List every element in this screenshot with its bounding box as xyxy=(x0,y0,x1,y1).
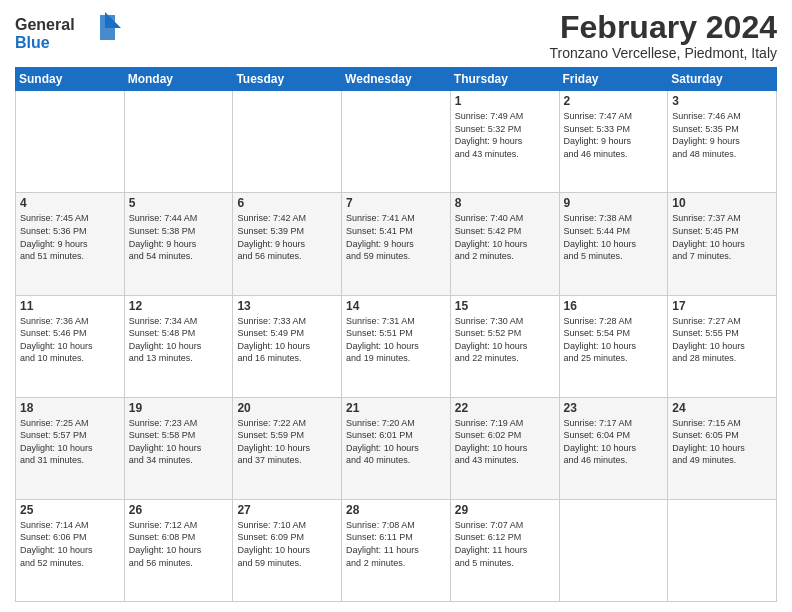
table-row: 17Sunrise: 7:27 AM Sunset: 5:55 PM Dayli… xyxy=(668,295,777,397)
table-row: 15Sunrise: 7:30 AM Sunset: 5:52 PM Dayli… xyxy=(450,295,559,397)
day-info: Sunrise: 7:36 AM Sunset: 5:46 PM Dayligh… xyxy=(20,315,120,365)
day-info: Sunrise: 7:47 AM Sunset: 5:33 PM Dayligh… xyxy=(564,110,664,160)
table-row: 7Sunrise: 7:41 AM Sunset: 5:41 PM Daylig… xyxy=(342,193,451,295)
day-number: 20 xyxy=(237,401,337,415)
day-number: 5 xyxy=(129,196,229,210)
day-info: Sunrise: 7:08 AM Sunset: 6:11 PM Dayligh… xyxy=(346,519,446,569)
table-row: 27Sunrise: 7:10 AM Sunset: 6:09 PM Dayli… xyxy=(233,499,342,601)
day-number: 27 xyxy=(237,503,337,517)
table-row: 12Sunrise: 7:34 AM Sunset: 5:48 PM Dayli… xyxy=(124,295,233,397)
table-row: 19Sunrise: 7:23 AM Sunset: 5:58 PM Dayli… xyxy=(124,397,233,499)
day-number: 29 xyxy=(455,503,555,517)
day-info: Sunrise: 7:10 AM Sunset: 6:09 PM Dayligh… xyxy=(237,519,337,569)
svg-text:Blue: Blue xyxy=(15,34,50,51)
table-row: 5Sunrise: 7:44 AM Sunset: 5:38 PM Daylig… xyxy=(124,193,233,295)
day-info: Sunrise: 7:27 AM Sunset: 5:55 PM Dayligh… xyxy=(672,315,772,365)
day-number: 17 xyxy=(672,299,772,313)
title-section: February 2024 Tronzano Vercellese, Piedm… xyxy=(550,10,778,61)
day-info: Sunrise: 7:17 AM Sunset: 6:04 PM Dayligh… xyxy=(564,417,664,467)
day-number: 1 xyxy=(455,94,555,108)
table-row: 26Sunrise: 7:12 AM Sunset: 6:08 PM Dayli… xyxy=(124,499,233,601)
header: General Blue February 2024 Tronzano Verc… xyxy=(15,10,777,61)
table-row xyxy=(668,499,777,601)
day-info: Sunrise: 7:23 AM Sunset: 5:58 PM Dayligh… xyxy=(129,417,229,467)
table-row: 14Sunrise: 7:31 AM Sunset: 5:51 PM Dayli… xyxy=(342,295,451,397)
day-number: 9 xyxy=(564,196,664,210)
day-info: Sunrise: 7:45 AM Sunset: 5:36 PM Dayligh… xyxy=(20,212,120,262)
day-info: Sunrise: 7:40 AM Sunset: 5:42 PM Dayligh… xyxy=(455,212,555,262)
day-info: Sunrise: 7:28 AM Sunset: 5:54 PM Dayligh… xyxy=(564,315,664,365)
day-number: 15 xyxy=(455,299,555,313)
table-row xyxy=(342,91,451,193)
table-row: 2Sunrise: 7:47 AM Sunset: 5:33 PM Daylig… xyxy=(559,91,668,193)
day-info: Sunrise: 7:31 AM Sunset: 5:51 PM Dayligh… xyxy=(346,315,446,365)
table-row: 13Sunrise: 7:33 AM Sunset: 5:49 PM Dayli… xyxy=(233,295,342,397)
location-title: Tronzano Vercellese, Piedmont, Italy xyxy=(550,45,778,61)
table-row xyxy=(16,91,125,193)
table-row: 1Sunrise: 7:49 AM Sunset: 5:32 PM Daylig… xyxy=(450,91,559,193)
day-info: Sunrise: 7:42 AM Sunset: 5:39 PM Dayligh… xyxy=(237,212,337,262)
day-number: 2 xyxy=(564,94,664,108)
col-saturday: Saturday xyxy=(668,68,777,91)
table-row: 25Sunrise: 7:14 AM Sunset: 6:06 PM Dayli… xyxy=(16,499,125,601)
table-row: 21Sunrise: 7:20 AM Sunset: 6:01 PM Dayli… xyxy=(342,397,451,499)
day-number: 6 xyxy=(237,196,337,210)
day-number: 10 xyxy=(672,196,772,210)
day-number: 24 xyxy=(672,401,772,415)
day-number: 14 xyxy=(346,299,446,313)
day-number: 16 xyxy=(564,299,664,313)
day-info: Sunrise: 7:44 AM Sunset: 5:38 PM Dayligh… xyxy=(129,212,229,262)
col-wednesday: Wednesday xyxy=(342,68,451,91)
table-row: 28Sunrise: 7:08 AM Sunset: 6:11 PM Dayli… xyxy=(342,499,451,601)
day-info: Sunrise: 7:15 AM Sunset: 6:05 PM Dayligh… xyxy=(672,417,772,467)
table-row: 11Sunrise: 7:36 AM Sunset: 5:46 PM Dayli… xyxy=(16,295,125,397)
day-info: Sunrise: 7:46 AM Sunset: 5:35 PM Dayligh… xyxy=(672,110,772,160)
table-row: 3Sunrise: 7:46 AM Sunset: 5:35 PM Daylig… xyxy=(668,91,777,193)
day-info: Sunrise: 7:33 AM Sunset: 5:49 PM Dayligh… xyxy=(237,315,337,365)
day-info: Sunrise: 7:37 AM Sunset: 5:45 PM Dayligh… xyxy=(672,212,772,262)
col-thursday: Thursday xyxy=(450,68,559,91)
table-row: 24Sunrise: 7:15 AM Sunset: 6:05 PM Dayli… xyxy=(668,397,777,499)
table-row xyxy=(124,91,233,193)
table-row: 9Sunrise: 7:38 AM Sunset: 5:44 PM Daylig… xyxy=(559,193,668,295)
table-row: 22Sunrise: 7:19 AM Sunset: 6:02 PM Dayli… xyxy=(450,397,559,499)
day-number: 3 xyxy=(672,94,772,108)
day-info: Sunrise: 7:25 AM Sunset: 5:57 PM Dayligh… xyxy=(20,417,120,467)
day-number: 7 xyxy=(346,196,446,210)
calendar-week-row: 4Sunrise: 7:45 AM Sunset: 5:36 PM Daylig… xyxy=(16,193,777,295)
day-info: Sunrise: 7:49 AM Sunset: 5:32 PM Dayligh… xyxy=(455,110,555,160)
day-number: 28 xyxy=(346,503,446,517)
col-monday: Monday xyxy=(124,68,233,91)
day-number: 11 xyxy=(20,299,120,313)
table-row: 4Sunrise: 7:45 AM Sunset: 5:36 PM Daylig… xyxy=(16,193,125,295)
day-info: Sunrise: 7:41 AM Sunset: 5:41 PM Dayligh… xyxy=(346,212,446,262)
day-number: 19 xyxy=(129,401,229,415)
day-info: Sunrise: 7:14 AM Sunset: 6:06 PM Dayligh… xyxy=(20,519,120,569)
calendar-week-row: 1Sunrise: 7:49 AM Sunset: 5:32 PM Daylig… xyxy=(16,91,777,193)
day-info: Sunrise: 7:07 AM Sunset: 6:12 PM Dayligh… xyxy=(455,519,555,569)
col-friday: Friday xyxy=(559,68,668,91)
day-info: Sunrise: 7:20 AM Sunset: 6:01 PM Dayligh… xyxy=(346,417,446,467)
day-info: Sunrise: 7:22 AM Sunset: 5:59 PM Dayligh… xyxy=(237,417,337,467)
svg-marker-3 xyxy=(105,12,121,28)
calendar-week-row: 18Sunrise: 7:25 AM Sunset: 5:57 PM Dayli… xyxy=(16,397,777,499)
day-info: Sunrise: 7:38 AM Sunset: 5:44 PM Dayligh… xyxy=(564,212,664,262)
day-number: 23 xyxy=(564,401,664,415)
day-info: Sunrise: 7:34 AM Sunset: 5:48 PM Dayligh… xyxy=(129,315,229,365)
day-number: 22 xyxy=(455,401,555,415)
calendar-week-row: 11Sunrise: 7:36 AM Sunset: 5:46 PM Dayli… xyxy=(16,295,777,397)
day-number: 25 xyxy=(20,503,120,517)
table-row: 23Sunrise: 7:17 AM Sunset: 6:04 PM Dayli… xyxy=(559,397,668,499)
logo: General Blue xyxy=(15,10,125,59)
page: General Blue February 2024 Tronzano Verc… xyxy=(0,0,792,612)
table-row xyxy=(559,499,668,601)
logo-text: General Blue xyxy=(15,10,125,59)
day-number: 26 xyxy=(129,503,229,517)
month-title: February 2024 xyxy=(550,10,778,45)
col-tuesday: Tuesday xyxy=(233,68,342,91)
table-row: 18Sunrise: 7:25 AM Sunset: 5:57 PM Dayli… xyxy=(16,397,125,499)
table-row: 29Sunrise: 7:07 AM Sunset: 6:12 PM Dayli… xyxy=(450,499,559,601)
day-number: 13 xyxy=(237,299,337,313)
day-number: 8 xyxy=(455,196,555,210)
calendar-header-row: Sunday Monday Tuesday Wednesday Thursday… xyxy=(16,68,777,91)
